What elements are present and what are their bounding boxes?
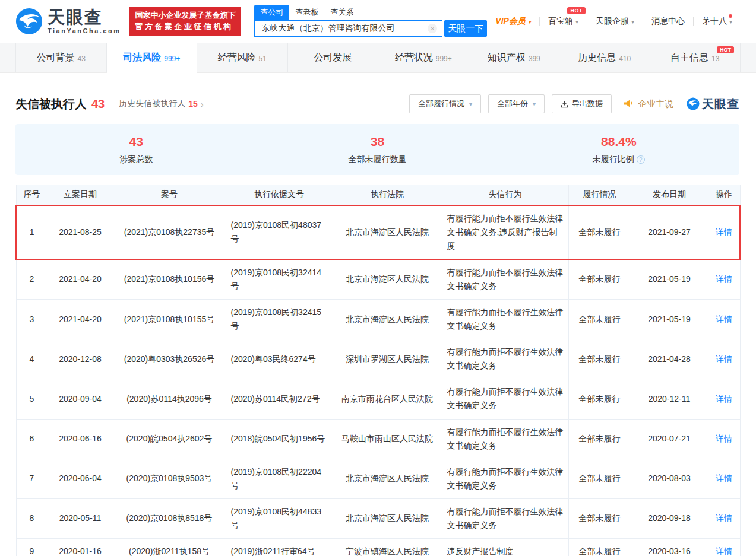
- cell-case-number: (2020)粤0303执26526号: [113, 339, 226, 379]
- tianyancha-logo-icon: [15, 8, 43, 35]
- help-icon[interactable]: ?: [637, 155, 645, 164]
- export-data-button[interactable]: 导出数据: [552, 94, 612, 113]
- cell-action: 详情: [708, 339, 740, 379]
- detail-link[interactable]: 详情: [716, 474, 732, 483]
- company-tab-bar: 公司背景43司法风险999+经营风险51公司发展经营状况999+知识产权399历…: [0, 43, 756, 73]
- cell-basis-number: (2019)京0108民初32414号: [226, 259, 333, 300]
- cell-basis-number: (2019)京0108民初32415号: [226, 299, 333, 339]
- nav-item-label: 消息中心: [651, 16, 685, 27]
- cell-publish-date: 2021-09-27: [631, 205, 708, 259]
- cell-behavior: 有履行能力而拒不履行生效法律文书确定义务: [442, 459, 568, 498]
- chevron-down-icon: ▾: [729, 18, 732, 25]
- cell-case-number: (2021)京0108执10155号: [113, 299, 226, 339]
- tab-count: 410: [619, 55, 631, 63]
- tab-经营风险[interactable]: 经营风险51: [197, 43, 288, 72]
- cell-index: 4: [16, 339, 48, 379]
- cell-filing-date: 2020-05-11: [48, 498, 113, 538]
- cell-basis-number: (2020)苏0114民初272号: [226, 379, 333, 419]
- nav-item-天眼企服[interactable]: 天眼企服▾: [587, 16, 643, 27]
- download-icon: [561, 100, 568, 108]
- cell-behavior: 有履行能力而拒不履行生效法律文书确定义务: [442, 259, 568, 300]
- cell-status: 全部未履行: [568, 339, 631, 379]
- cell-behavior: 有履行能力而拒不履行生效法律文书确定义务: [442, 339, 568, 379]
- search-input[interactable]: 东峡大通（北京）管理咨询有限公司 ×: [254, 20, 442, 37]
- section-toolbar: 全部履行情况▾全部年份▾ 导出数据 企业主说 天眼查: [409, 94, 739, 113]
- tab-历史信息[interactable]: 历史信息410: [559, 43, 650, 72]
- filter-dropdown-全部履行情况[interactable]: 全部履行情况▾: [409, 94, 481, 113]
- tab-经营状况[interactable]: 经营状况999+: [378, 43, 469, 72]
- cell-court: 马鞍山市雨山区人民法院: [333, 419, 442, 459]
- nav-item-label: 百宝箱: [548, 16, 573, 27]
- search-button[interactable]: 天眼一下: [444, 20, 487, 37]
- history-dishonest-link[interactable]: 历史失信被执行人 15 ›: [119, 99, 204, 109]
- cell-basis-number: (2020)粤03民终6274号: [226, 339, 333, 379]
- cell-action: 详情: [708, 205, 740, 259]
- cell-basis-number: (2019)浙0211行审64号: [226, 539, 333, 556]
- nav-item-label: 天眼企服: [596, 16, 629, 27]
- table-row: 92020-01-16(2020)浙0211执158号(2019)浙0211行审…: [16, 539, 740, 556]
- cell-case-number: (2020)皖0504执2602号: [113, 419, 226, 459]
- detail-link[interactable]: 详情: [716, 434, 732, 443]
- cell-status: 全部未履行: [568, 539, 631, 556]
- tab-知识产权[interactable]: 知识产权399: [469, 43, 560, 72]
- cell-case-number: (2020)京0108执9503号: [113, 459, 226, 498]
- tab-自主信息[interactable]: 自主信息13HOT: [650, 43, 741, 72]
- cell-index: 5: [16, 379, 48, 419]
- detail-link[interactable]: 详情: [716, 354, 732, 364]
- chevron-right-icon: ›: [201, 99, 204, 109]
- nav-item-百宝箱[interactable]: 百宝箱▾HOT: [540, 16, 587, 27]
- detail-link[interactable]: 详情: [716, 394, 732, 404]
- gov-badge-line2: 官方备案企业征信机构: [135, 21, 235, 33]
- stat-value: 38: [257, 135, 498, 149]
- site-logo[interactable]: 天眼查 TianYanCha.com: [15, 8, 121, 35]
- cell-case-number: (2020)京0108执8518号: [113, 498, 226, 538]
- col-header-序号: 序号: [16, 185, 48, 205]
- cell-status: 全部未履行: [568, 259, 631, 300]
- col-header-案号: 案号: [113, 185, 226, 205]
- cell-case-number: (2021)京0108执10156号: [113, 259, 226, 300]
- cell-behavior: 有履行能力而拒不履行生效法律文书确定义务: [442, 498, 568, 538]
- cell-status: 全部未履行: [568, 459, 631, 498]
- detail-link[interactable]: 详情: [716, 274, 732, 284]
- gov-badge-line1: 国家中小企业发展子基金旗下: [135, 10, 235, 21]
- search-tab-查关系[interactable]: 查关系: [324, 5, 359, 20]
- tab-公司背景[interactable]: 公司背景43: [15, 43, 107, 72]
- nav-item-VIP会员[interactable]: VIP会员▾: [487, 16, 539, 27]
- cell-action: 详情: [708, 498, 740, 538]
- table-row: 82020-05-11(2020)京0108执8518号(2019)京0108民…: [16, 498, 740, 538]
- stat-label: 涉案总数: [119, 154, 153, 165]
- cell-status: 全部未履行: [568, 205, 631, 259]
- cell-behavior: 有履行能力而拒不履行生效法律文书确定义务: [442, 379, 568, 419]
- cell-filing-date: 2020-12-08: [48, 339, 113, 379]
- nav-item-茅十八[interactable]: 茅十八▾: [694, 16, 741, 27]
- tab-label: 知识产权: [488, 52, 526, 64]
- col-header-立案日期: 立案日期: [48, 185, 113, 205]
- cell-status: 全部未履行: [568, 379, 631, 419]
- cell-filing-date: 2021-08-25: [48, 205, 113, 259]
- cell-filing-date: 2020-06-04: [48, 459, 113, 498]
- search-tab-查公司[interactable]: 查公司: [254, 5, 289, 20]
- stat-label: 全部未履行数量: [348, 154, 406, 165]
- cell-filing-date: 2021-04-20: [48, 299, 113, 339]
- hot-badge: HOT: [717, 46, 734, 53]
- chevron-down-icon: ▾: [528, 18, 531, 25]
- detail-link[interactable]: 详情: [716, 227, 732, 237]
- cell-court: 宁波市镇海区人民法院: [333, 539, 442, 556]
- search-tab-查老板[interactable]: 查老板: [289, 5, 324, 20]
- chevron-down-icon: ▾: [533, 101, 536, 107]
- cell-index: 8: [16, 498, 48, 538]
- clear-icon[interactable]: ×: [428, 24, 437, 33]
- cell-behavior: 违反财产报告制度: [442, 539, 568, 556]
- detail-link[interactable]: 详情: [716, 513, 732, 523]
- detail-link[interactable]: 详情: [716, 547, 732, 556]
- tab-司法风险[interactable]: 司法风险999+: [107, 43, 198, 73]
- tab-公司发展[interactable]: 公司发展: [288, 43, 379, 72]
- filter-label: 全部履行情况: [418, 99, 464, 109]
- owner-say-link[interactable]: 企业主说: [624, 99, 673, 110]
- top-nav: VIP会员▾百宝箱▾HOT天眼企服▾消息中心茅十八▾: [487, 16, 741, 27]
- nav-item-消息中心[interactable]: 消息中心: [643, 16, 693, 27]
- filter-dropdown-全部年份[interactable]: 全部年份▾: [488, 94, 545, 113]
- detail-link[interactable]: 详情: [716, 314, 732, 324]
- table-row: 62020-06-16(2020)皖0504执2602号(2018)皖0504民…: [16, 419, 740, 459]
- logo-domain-text: TianYanCha.com: [48, 28, 121, 34]
